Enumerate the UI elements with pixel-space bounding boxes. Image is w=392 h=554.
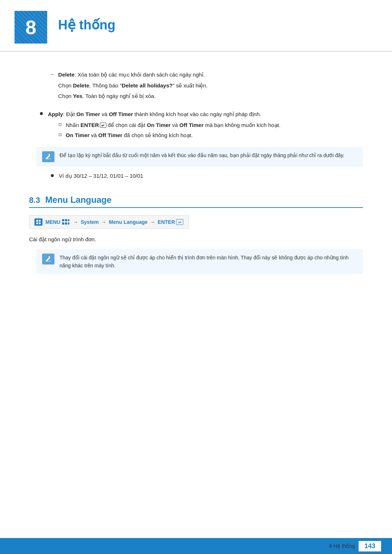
bullet-dot bbox=[40, 112, 43, 115]
delete-line3: Chọn Yes. Toàn bộ ngày nghỉ sẽ bị xóa. bbox=[58, 91, 363, 101]
on-timer-sub1: On Timer bbox=[147, 122, 171, 128]
apply-sub2-text: On Timer và Off Timer đã chọn sẽ không k… bbox=[66, 131, 193, 140]
off-timer-bold1: Off Timer bbox=[109, 111, 133, 117]
delete-item: – Delete: Xóa toàn bộ các mục khỏi danh … bbox=[51, 70, 363, 102]
svg-rect-3 bbox=[36, 222, 38, 224]
nav-arrow2: → bbox=[101, 219, 106, 225]
chapter-title: Hệ thống bbox=[54, 11, 115, 33]
delete-line1: Delete: Xóa toàn bộ các mục khỏi danh sá… bbox=[58, 70, 363, 79]
off-timer-sub2: Off Timer bbox=[98, 132, 122, 138]
on-timer-sub2: On Timer bbox=[66, 132, 90, 138]
note-pencil-icon-2 bbox=[42, 254, 54, 264]
enter-bold1: ENTER↵ bbox=[81, 122, 106, 128]
example-list: Ví dụ 30/12 – 31/12, 01/01 – 10/01 bbox=[40, 172, 363, 180]
section-title: Menu Language bbox=[45, 195, 112, 205]
delete-bold: Delete bbox=[58, 71, 74, 78]
yes-bold: Yes bbox=[73, 93, 82, 99]
apply-item: Apply: Đặt On Timer và Off Timer thành k… bbox=[40, 110, 363, 142]
nav-menu-language: Menu Language bbox=[109, 219, 148, 225]
svg-rect-1 bbox=[36, 220, 38, 222]
svg-rect-0 bbox=[45, 159, 51, 159]
svg-rect-6 bbox=[65, 219, 67, 221]
note2-text: Thay đổi cài đặt ngôn ngữ sẽ chỉ được áp… bbox=[60, 254, 357, 270]
delete-all-holidays-bold: Delete all holidays? bbox=[122, 82, 172, 89]
nav-enter: ENTER bbox=[158, 219, 175, 225]
delete-choose-bold: Delete bbox=[73, 82, 89, 89]
svg-rect-4 bbox=[39, 222, 41, 224]
chapter-number-box: 8 bbox=[15, 11, 47, 44]
footer-chapter-label: 8 Hệ thống bbox=[329, 543, 355, 549]
on-timer-bold1: On Timer bbox=[76, 111, 100, 117]
dash-marker: – bbox=[51, 70, 54, 102]
nav-system: System bbox=[81, 219, 99, 225]
page-footer: 8 Hệ thống 143 bbox=[0, 538, 392, 554]
nav-arrow3: → bbox=[150, 219, 155, 225]
delete-line2: Chọn Delete. Thông báo "Delete all holid… bbox=[58, 81, 363, 90]
menu-icon bbox=[34, 218, 42, 226]
note-pencil-icon bbox=[42, 151, 54, 162]
chapter-header: 8 Hệ thống bbox=[0, 0, 392, 52]
example-item: Ví dụ 30/12 – 31/12, 01/01 – 10/01 bbox=[51, 172, 363, 180]
chapter-number: 8 bbox=[25, 17, 36, 37]
svg-rect-8 bbox=[62, 222, 64, 225]
svg-rect-5 bbox=[62, 219, 64, 221]
apply-sub1: Nhấn ENTER↵ để chọn cài đặt On Timer và … bbox=[59, 121, 281, 130]
example-bullet-dot bbox=[51, 174, 54, 177]
section-number: 8.3 bbox=[29, 196, 40, 205]
off-timer-sub1: Off Timer bbox=[179, 122, 203, 128]
svg-rect-9 bbox=[65, 222, 67, 225]
delete-content: Delete: Xóa toàn bộ các mục khỏi danh sá… bbox=[58, 70, 363, 102]
nav-arrow1: → bbox=[73, 219, 78, 225]
section-83-heading: 8.3 Menu Language bbox=[29, 195, 363, 208]
example-text: Ví dụ 30/12 – 31/12, 01/01 – 10/01 bbox=[59, 172, 143, 180]
note-box-1: Để tạo lập kỳ nghỉ bắt đầu từ cuối một n… bbox=[36, 147, 363, 167]
svg-rect-10 bbox=[68, 222, 69, 225]
enter-icon: ↵ bbox=[176, 219, 183, 225]
apply-sub2: On Timer và Off Timer đã chọn sẽ không k… bbox=[59, 131, 281, 140]
section83-intro: Cài đặt ngôn ngữ trình đơn. bbox=[29, 235, 363, 244]
sub-square2 bbox=[59, 134, 61, 136]
apply-text: Apply: Đặt On Timer và Off Timer thành k… bbox=[48, 110, 281, 142]
nav-grid-icon bbox=[62, 219, 70, 225]
svg-rect-7 bbox=[68, 219, 69, 221]
note-box-2: Thay đổi cài đặt ngôn ngữ sẽ chỉ được áp… bbox=[36, 249, 363, 274]
nav-breadcrumb: MENU → System → Menu Language → ENTER ↵ bbox=[29, 215, 189, 229]
svg-rect-11 bbox=[45, 261, 51, 262]
nav-menu-label: MENU bbox=[45, 219, 60, 225]
delete-section: – Delete: Xóa toàn bộ các mục khỏi danh … bbox=[51, 70, 363, 102]
content-area: – Delete: Xóa toàn bộ các mục khỏi danh … bbox=[0, 66, 392, 308]
apply-bold: Apply bbox=[48, 111, 63, 117]
apply-line: Apply: Đặt On Timer và Off Timer thành k… bbox=[48, 110, 281, 119]
svg-rect-2 bbox=[39, 220, 41, 222]
apply-sub-list: Nhấn ENTER↵ để chọn cài đặt On Timer và … bbox=[59, 121, 281, 140]
note1-text: Để tạo lập kỳ nghỉ bắt đầu từ cuối một n… bbox=[60, 151, 344, 159]
footer-page-number: 143 bbox=[359, 541, 381, 551]
sub-square1 bbox=[59, 123, 61, 126]
apply-list: Apply: Đặt On Timer và Off Timer thành k… bbox=[40, 110, 363, 142]
apply-sub1-text: Nhấn ENTER↵ để chọn cài đặt On Timer và … bbox=[66, 121, 281, 130]
